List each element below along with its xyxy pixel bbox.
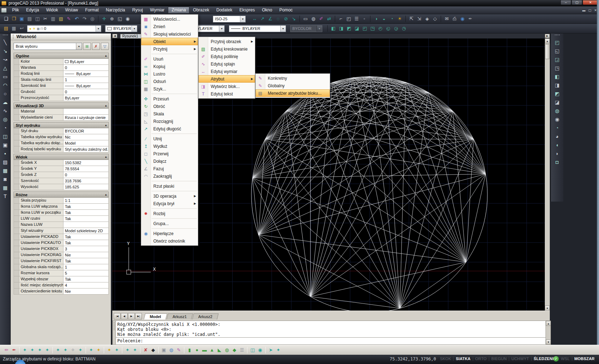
toggle-biegun[interactable]: BIEGUN [489,357,509,361]
command-window-grip[interactable] [113,321,116,344]
toggle-uchwyt[interactable]: UCHWYT [509,357,531,361]
osnap-nearest-icon[interactable]: ✦ [95,347,102,354]
polyline-tool-icon[interactable]: ↝ [1,55,10,64]
modify-tool-icon-4[interactable]: ◳ [553,64,562,72]
menu-item[interactable]: ▨Edytuj kreskowanie [199,45,255,53]
osnap-none-icon[interactable]: ✘ [142,347,149,354]
property-value[interactable]: ByLayer [63,71,108,77]
osnap-midpoint-icon[interactable]: ✦ [29,347,36,354]
property-section-header[interactable]: Widok▴ [14,154,109,160]
revision-cloud-tool-icon[interactable]: ☁ [1,98,10,106]
menu-item[interactable]: ↔Edytuj wymiar [199,68,255,75]
menu-item[interactable]: ✎Globalny [256,82,330,89]
property-section-header[interactable]: Wizualizacji 3D▴ [14,103,109,109]
menu-item[interactable]: ◨Wytwórz blok... [199,83,255,90]
new-file-icon[interactable]: ❑ [2,15,10,22]
property-value[interactable]: Nie [63,288,108,294]
toggle-orto[interactable]: ORTO [473,357,489,361]
cut-icon[interactable]: ✂ [41,15,49,22]
view-left-icon[interactable]: ◩ [345,25,353,32]
osnap-from-icon[interactable]: ✦ [124,347,131,354]
modify-tool-icon-3[interactable]: ◲ [553,55,562,64]
property-value[interactable]: 3 [63,246,108,252]
property-section-header[interactable]: Różne▴ [14,192,109,198]
redo-icon[interactable]: ↷ [81,15,88,22]
layout-nav-button[interactable]: |◀ [114,313,121,319]
solids-list-icon[interactable]: ☰ [238,347,246,354]
save-icon[interactable]: ▣ [18,15,26,22]
menu-item[interactable]: ▤Menedżer atrybutów bloku... [256,89,330,97]
distance-icon[interactable]: ⌐ [337,15,345,22]
solid-wedge-icon[interactable]: ◣ [216,347,223,354]
menu-item[interactable]: ✎Skopiuj właściwości [141,30,198,38]
collapse-arrow-icon[interactable]: ▴ [105,155,107,158]
vertical-scrollbar[interactable]: ▲ ▼ [545,38,550,311]
dim-update-icon[interactable]: ⇄ [325,15,333,22]
menu-item[interactable]: 3D operacja▶ [141,192,198,200]
menu-obrazek[interactable]: Obrazek [189,7,213,14]
orbit-icon[interactable]: ◔ [388,15,396,22]
property-value[interactable] [63,222,108,228]
layout-tab-arkusz2[interactable]: Arkusz2 [192,313,218,319]
menu-item[interactable]: ∕Utnij [141,135,198,142]
menu-item[interactable]: ▦Szyk... [141,85,198,93]
menu-format[interactable]: Format [82,7,102,14]
region-bottom-icon[interactable]: ◫ [249,347,256,354]
dim-radius-icon[interactable]: ◌ [274,15,282,22]
group-icon[interactable]: ◈ [423,15,431,22]
area-icon[interactable]: ◰ [345,15,353,22]
scroll-up-icon[interactable]: ▲ [546,321,551,326]
draworder-front-icon[interactable]: ⇱ [408,15,415,22]
scrollbar-thumb[interactable] [545,44,549,59]
osnap-intersection-icon[interactable]: ✦ [62,347,69,354]
mdi-window-controls[interactable]: ▬▢✕ [582,9,597,12]
modify-tool-icon-8[interactable]: ◪ [553,98,562,106]
osnap-insertion-icon[interactable]: ✧ [69,347,77,354]
property-value[interactable]: 318.7696 [63,178,108,184]
render-icon[interactable]: ◑ [372,15,380,22]
modify-tool-icon-1[interactable]: ◰ [553,38,562,47]
dim-edit-icon[interactable]: ✐ [317,15,325,22]
selection-filter-icon[interactable]: ▽ [101,43,109,50]
menu-item[interactable]: ∠Fazuj [141,165,198,172]
paste-icon[interactable]: ▧ [57,15,65,22]
toggle-skok[interactable]: SKOK [438,357,453,361]
ucs-dialog-icon[interactable]: ▣ [160,347,168,354]
dim-style-combo[interactable]: ISO-25 ▼ [213,16,246,22]
shade-icon[interactable]: ◒ [380,15,388,22]
osnap-quadrant-icon[interactable]: ✦ [54,347,62,354]
chevron-down-icon[interactable]: ▼ [240,16,245,22]
osnap-endpoint-icon[interactable]: ✦ [21,347,29,354]
menu-ekspres[interactable]: Ekspres [236,7,258,14]
osnap-all-icon[interactable]: ◆ [149,347,157,354]
spline-tool-icon[interactable]: ∿ [1,106,10,115]
property-value[interactable]: 5 [63,270,108,276]
polygon-tool-icon[interactable]: △ [1,64,10,72]
coordinates-display[interactable]: 75.3242,173.3796,0 [390,357,436,362]
tab-scroll-left-icon[interactable]: ◀ [112,34,117,38]
undo-icon[interactable]: ↶ [73,15,81,22]
view-ne-iso-icon[interactable]: ◶ [392,25,400,32]
property-section-header[interactable]: Styl wydruku▴ [14,122,109,128]
zoom-previous-icon[interactable]: ◉ [124,15,132,22]
publish-icon[interactable]: ⎙ [451,15,459,22]
match-properties-icon[interactable]: ✎ [65,15,73,22]
minimize-button[interactable]: – [560,0,571,5]
view-front-icon[interactable]: ◰ [361,25,369,32]
menu-item[interactable]: ∿Edytuj splajn [199,60,255,68]
menu-rysuj[interactable]: Rysuj [129,7,147,14]
property-value[interactable]: Tak [63,276,108,282]
modify-tool-icon-6[interactable]: ◨ [553,81,562,89]
region-tool-icon[interactable]: ◙ [1,175,10,183]
chevron-down-icon[interactable]: ▼ [132,26,137,32]
modify-tool-icon-2[interactable]: ◱ [553,47,562,55]
text-tool-icon[interactable]: T [1,192,10,201]
chevron-down-icon[interactable]: ▼ [280,26,286,32]
layout-nav-button[interactable]: ▶ [128,313,135,319]
toggle-siatka[interactable]: SIATKA [454,357,472,361]
menu-item[interactable]: ▦Właściwości... [141,15,198,23]
menu-wymiar[interactable]: Wymiar [147,7,168,14]
color-combo[interactable]: BYLAYER ▼ [105,25,137,32]
property-value[interactable]: Tak [63,240,108,246]
property-value[interactable]: BYCOLOR [63,128,108,134]
